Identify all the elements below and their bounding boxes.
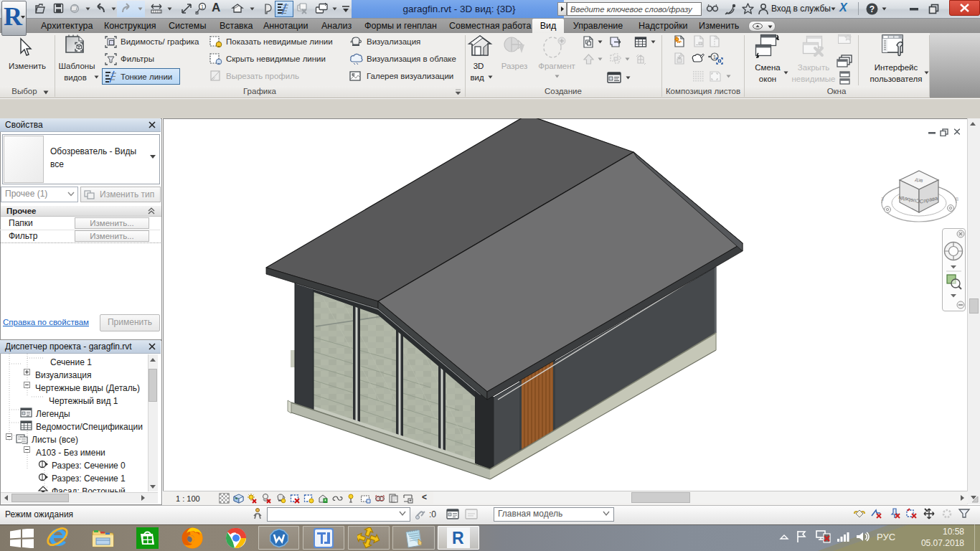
svg-text:1: 1 xyxy=(713,55,716,60)
svg-text:1: 1 xyxy=(201,4,204,9)
svg-text:?: ? xyxy=(870,4,875,14)
svg-text:R: R xyxy=(452,529,464,547)
svg-text:З: З xyxy=(881,197,884,202)
svg-text:В: В xyxy=(956,197,958,202)
